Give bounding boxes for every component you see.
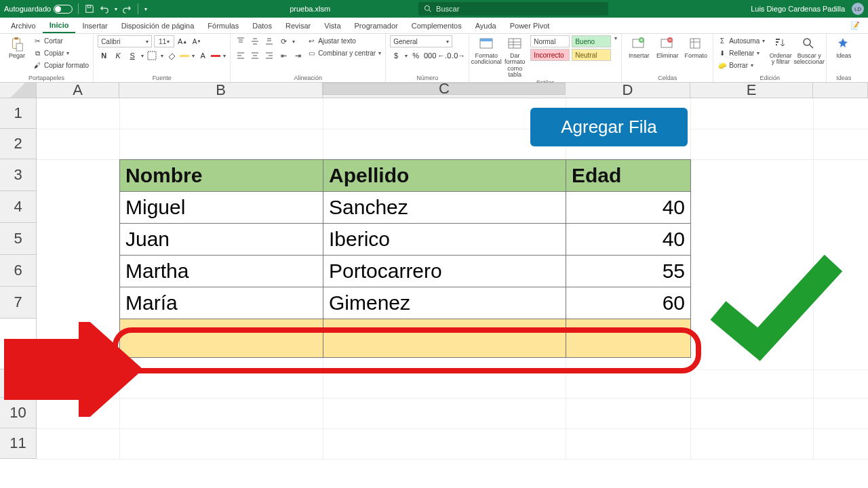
undo-icon[interactable] — [99, 3, 110, 14]
table-row[interactable]: Martha Portocarrero 55 — [120, 256, 691, 287]
user-name[interactable]: Luis Diego Cardenas Padilla — [751, 5, 845, 13]
align-left-button[interactable] — [235, 49, 247, 62]
tab-revisar[interactable]: Revisar — [279, 18, 317, 33]
row-header-1[interactable]: 1 — [0, 98, 37, 129]
decrease-decimal-button[interactable]: .0→ — [452, 49, 465, 62]
insert-cells-button[interactable]: Insertar — [626, 35, 652, 59]
font-color-button[interactable]: A — [197, 49, 209, 62]
autosum-button[interactable]: ΣAutosuma▾ — [717, 35, 765, 47]
svg-rect-3 — [14, 37, 18, 40]
font-name-select[interactable]: Calibri▾ — [98, 35, 152, 47]
col-header-C[interactable]: C — [323, 83, 566, 95]
col-header-A[interactable]: A — [37, 83, 119, 98]
table-row[interactable]: Juan Iberico 40 — [120, 224, 691, 256]
wrap-text-button[interactable]: ↩Ajustar texto — [307, 35, 381, 47]
increase-decimal-button[interactable]: ←.0 — [438, 49, 450, 62]
col-header-B[interactable]: B — [119, 83, 323, 98]
sort-filter-button[interactable]: Ordenar y filtrar — [768, 35, 793, 66]
format-painter-button[interactable]: 🖌Copiar formato — [33, 60, 89, 71]
avatar[interactable]: LD — [852, 3, 864, 15]
column-headers: A B C D E — [0, 83, 868, 98]
autosave-toggle[interactable]: Autoguardado — [4, 5, 73, 14]
agregar-fila-button[interactable]: Agregar Fila — [530, 108, 688, 146]
find-select-button[interactable]: Buscar y seleccionar — [796, 35, 822, 66]
clear-button[interactable]: 🧽Borrar▾ — [717, 60, 765, 71]
tab-formulas[interactable]: Fórmulas — [201, 18, 245, 33]
col-header-E[interactable]: E — [690, 83, 813, 98]
tab-insertar[interactable]: Insertar — [75, 18, 114, 33]
row-header-7[interactable]: 7 — [0, 287, 37, 319]
header-apellido[interactable]: Apellido — [323, 160, 566, 192]
cells-area[interactable]: Agregar Fila Nombre Apellido Edad Miguel… — [37, 98, 868, 459]
col-header-D[interactable]: D — [566, 83, 690, 98]
tab-powerpivot[interactable]: Power Pivot — [503, 18, 557, 33]
row-header-4[interactable]: 4 — [0, 191, 37, 223]
conditional-format-button[interactable]: Formato condicional — [473, 35, 499, 66]
number-format-select[interactable]: General▾ — [390, 35, 452, 47]
styles-more-icon[interactable]: ▾ — [614, 35, 617, 41]
ideas-button[interactable]: Ideas — [831, 35, 856, 59]
comma-button[interactable]: 000 — [424, 49, 436, 62]
percent-button[interactable]: % — [410, 49, 422, 62]
underline-button[interactable]: S — [126, 49, 138, 62]
paste-button[interactable]: Pegar — [4, 35, 30, 59]
merge-icon: ▭ — [307, 49, 316, 58]
row-header-11[interactable]: 11 — [0, 428, 37, 459]
header-nombre[interactable]: Nombre — [120, 160, 323, 192]
indent-increase-button[interactable]: ⇥ — [292, 49, 304, 62]
style-good[interactable]: Bueno — [572, 35, 611, 47]
worksheet[interactable]: A B C D E 1 2 3 4 5 6 7 9 10 11 — [0, 83, 868, 459]
merge-center-button[interactable]: ▭Combinar y centrar▾ — [307, 47, 381, 59]
paste-icon — [9, 37, 24, 52]
fill-color-button[interactable] — [165, 49, 178, 62]
format-cells-button[interactable]: Formato — [683, 35, 709, 59]
row-header-2[interactable]: 2 — [0, 129, 37, 159]
align-top-button[interactable] — [235, 35, 247, 47]
header-edad[interactable]: Edad — [566, 160, 691, 192]
search-input[interactable]: Buscar — [418, 2, 608, 16]
tab-complementos[interactable]: Complementos — [405, 18, 469, 33]
table-row[interactable]: María Gimenez 60 — [120, 287, 691, 319]
tab-datos[interactable]: Datos — [245, 18, 279, 33]
copy-button[interactable]: ⧉Copiar▾ — [33, 47, 89, 59]
tab-disposicion[interactable]: Disposición de página — [115, 18, 201, 33]
undo-dropdown-icon[interactable]: ▾ — [115, 6, 117, 12]
fill-button[interactable]: ⬇Rellenar▾ — [717, 47, 765, 59]
orientation-button[interactable]: ⟳ — [277, 35, 290, 47]
group-ideas: Ideas Ideas — [827, 34, 861, 82]
tab-archivo[interactable]: Archivo — [4, 18, 43, 33]
tab-vista[interactable]: Vista — [317, 18, 347, 33]
font-shrink-button[interactable]: A▼ — [191, 35, 203, 47]
row-header-6[interactable]: 6 — [0, 255, 37, 287]
save-icon[interactable] — [84, 3, 95, 14]
align-middle-button[interactable] — [249, 35, 261, 47]
style-bad[interactable]: Incorrecto — [530, 49, 570, 61]
row-header-5[interactable]: 5 — [0, 223, 37, 255]
indent-decrease-button[interactable]: ⇤ — [277, 49, 290, 62]
col-header-F[interactable] — [813, 83, 868, 98]
redo-icon[interactable] — [121, 3, 132, 14]
svg-point-1 — [425, 6, 430, 11]
align-bottom-button[interactable] — [263, 35, 275, 47]
align-center-button[interactable] — [249, 49, 261, 62]
align-right-button[interactable] — [263, 49, 275, 62]
format-as-table-button[interactable]: Dar formato como tabla — [502, 35, 528, 79]
font-grow-button[interactable]: A▲ — [176, 35, 189, 47]
table-row[interactable]: Miguel Sanchez 40 — [120, 192, 691, 224]
tab-ayuda[interactable]: Ayuda — [469, 18, 503, 33]
bold-button[interactable]: N — [98, 49, 110, 62]
new-empty-row[interactable] — [120, 319, 691, 358]
borders-button[interactable] — [146, 49, 158, 62]
tab-inicio[interactable]: Inicio — [43, 18, 76, 33]
tab-programador[interactable]: Programador — [348, 18, 405, 33]
currency-button[interactable]: $ — [390, 49, 402, 62]
italic-button[interactable]: K — [112, 49, 124, 62]
row-header-3[interactable]: 3 — [0, 159, 37, 191]
share-button[interactable]: 📝 — [846, 21, 864, 30]
style-normal[interactable]: Normal — [530, 35, 570, 47]
delete-cells-button[interactable]: Eliminar — [654, 35, 680, 59]
font-size-select[interactable]: 11▾ — [154, 35, 174, 47]
select-all-corner[interactable] — [0, 83, 37, 98]
style-neutral[interactable]: Neutral — [572, 49, 611, 61]
cut-button[interactable]: ✂Cortar — [33, 35, 89, 47]
